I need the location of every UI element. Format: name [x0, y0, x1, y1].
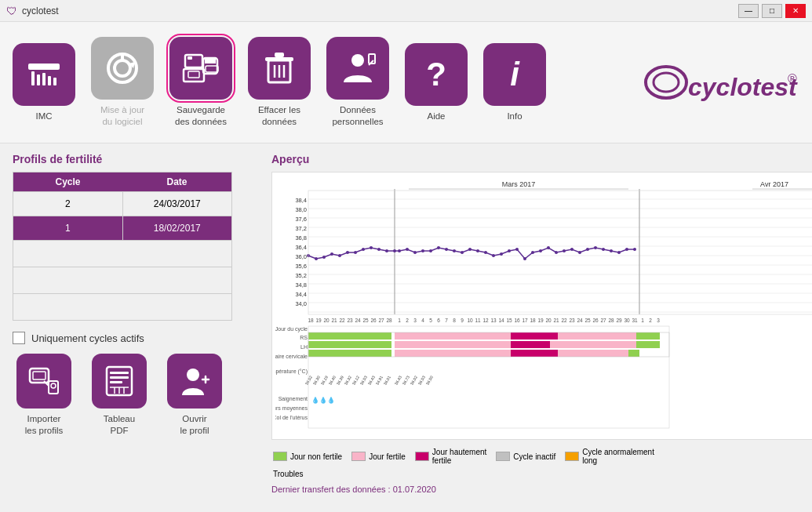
svg-rect-34: [110, 376, 129, 379]
svg-text:15: 15: [506, 318, 512, 323]
svg-text:6: 6: [437, 318, 440, 323]
close-button[interactable]: ✕: [785, 4, 806, 18]
profile-row-empty-3[interactable]: [13, 293, 231, 320]
svg-text:Avr 2017: Avr 2017: [760, 180, 788, 188]
active-cycles-checkbox[interactable]: [13, 332, 25, 344]
svg-rect-35: [110, 381, 122, 383]
svg-text:13: 13: [490, 318, 497, 323]
svg-rect-171: [395, 341, 511, 348]
open-profile-label: Ouvrirle profil: [180, 413, 209, 437]
title-bar: 🛡 cyclotest — □ ✕: [0, 0, 812, 22]
minimize-button[interactable]: —: [738, 4, 759, 18]
svg-text:3: 3: [413, 318, 417, 323]
active-cycles-checkbox-row[interactable]: Uniquement cycles actifs: [13, 332, 256, 344]
pdf-button[interactable]: TableauPDF: [88, 354, 151, 437]
personal-icon: [326, 37, 389, 100]
svg-point-148: [531, 251, 534, 254]
svg-point-134: [421, 249, 424, 252]
svg-text:21: 21: [331, 318, 337, 323]
svg-rect-177: [511, 350, 558, 357]
legend: Jour non fertile Jour fertile Jour haute…: [271, 445, 812, 468]
svg-rect-165: [308, 332, 391, 340]
svg-point-150: [547, 246, 550, 249]
svg-rect-29: [33, 372, 46, 379]
toolbar-item-info[interactable]: i Info: [483, 43, 546, 122]
legend-label-inactive: Cycle inactif: [513, 452, 555, 461]
legend-label-fertile: Jour fertile: [369, 452, 406, 461]
profile-table: Cycle Date 2 24/03/2017 1 18/02/2017: [13, 172, 232, 321]
svg-text:27: 27: [378, 318, 384, 323]
svg-point-40: [187, 369, 199, 381]
svg-text:34,8: 34,8: [295, 281, 307, 289]
toolbar-item-help[interactable]: ? Aide: [405, 43, 468, 122]
profile-row-2[interactable]: 1 18/02/2017: [13, 216, 231, 240]
svg-point-136: [437, 246, 440, 249]
legend-box-inactive: [496, 452, 510, 461]
profile-table-header: Cycle Date: [13, 172, 231, 191]
import-label: Importerles profils: [25, 413, 64, 437]
svg-text:Jour du cycle: Jour du cycle: [275, 326, 308, 332]
svg-rect-9: [188, 56, 192, 60]
left-panel: Profils de fertilité Cycle Date 2 24/03/…: [13, 153, 256, 503]
svg-point-120: [315, 257, 318, 260]
svg-text:26: 26: [370, 318, 377, 323]
transfer-info: Dernier transfert des données : 01.07.20…: [271, 485, 812, 494]
cycle-date-1: 24/03/2017: [123, 192, 232, 216]
svg-text:Col de l'utérus: Col de l'utérus: [275, 415, 308, 420]
open-profile-icon: [167, 354, 222, 409]
svg-text:20: 20: [545, 318, 552, 323]
svg-point-141: [476, 249, 479, 252]
svg-text:Glaire cervicale: Glaire cervicale: [275, 354, 308, 359]
toolbar-item-update[interactable]: Mise à jourdu logiciel: [91, 37, 154, 128]
svg-point-161: [633, 248, 636, 251]
toolbar-item-imc[interactable]: IMC: [13, 43, 75, 122]
personal-label: Donnéespersonnelles: [332, 104, 383, 128]
svg-text:12: 12: [482, 318, 489, 323]
svg-text:34,4: 34,4: [295, 291, 307, 298]
svg-rect-167: [511, 332, 558, 340]
svg-text:28: 28: [608, 318, 614, 323]
help-label: Aide: [427, 111, 445, 122]
delete-icon: [248, 37, 311, 100]
legend-box-fertile: [351, 452, 366, 461]
update-label: Mise à jourdu logiciel: [100, 104, 144, 128]
profile-row-empty-1[interactable]: [13, 240, 231, 267]
svg-rect-173: [550, 341, 636, 348]
svg-text:31: 31: [632, 318, 638, 323]
import-button[interactable]: Importerles profils: [13, 354, 75, 437]
svg-rect-174: [636, 341, 660, 348]
svg-text:💧: 💧: [327, 396, 335, 404]
profile-row-empty-2[interactable]: [13, 267, 231, 293]
maximize-button[interactable]: □: [762, 4, 782, 18]
svg-rect-170: [308, 341, 391, 348]
svg-point-154: [578, 251, 581, 254]
title-bar-controls[interactable]: — □ ✕: [738, 4, 806, 18]
svg-text:Température (°C): Température (°C): [275, 369, 308, 375]
open-profile-button[interactable]: Ouvrirle profil: [163, 354, 226, 437]
svg-text:10: 10: [467, 318, 473, 323]
fertility-profiles-title: Profils de fertilité: [13, 153, 256, 165]
import-icon: [16, 354, 71, 409]
svg-point-125: [354, 251, 357, 254]
toolbar-item-delete[interactable]: Effacer lesdonnées: [248, 37, 311, 128]
chart-svg: Mars 2017 Avr 2017 38,4 38,0 37,6 37,2 3…: [275, 177, 812, 436]
svg-rect-178: [558, 350, 628, 357]
svg-rect-33: [110, 372, 129, 374]
svg-point-7: [115, 60, 130, 76]
svg-rect-169: [636, 332, 660, 340]
info-icon: i: [483, 43, 546, 106]
troubles-row: Troubles: [271, 470, 812, 478]
svg-text:29: 29: [616, 318, 622, 323]
profile-row-1[interactable]: 2 24/03/2017: [13, 191, 231, 216]
svg-text:36,4: 36,4: [295, 244, 307, 251]
svg-text:19: 19: [537, 318, 544, 323]
pdf-label: TableauPDF: [104, 413, 135, 437]
toolbar-item-personal[interactable]: Donnéespersonnelles: [326, 37, 389, 128]
svg-rect-11: [188, 71, 199, 78]
svg-point-126: [362, 248, 365, 251]
toolbar-item-backup[interactable]: Sauvegardedes données: [169, 37, 232, 128]
svg-point-159: [617, 251, 621, 254]
svg-point-132: [406, 248, 409, 251]
svg-text:27: 27: [600, 318, 606, 323]
logo-area: cyclotest ®: [643, 55, 799, 110]
